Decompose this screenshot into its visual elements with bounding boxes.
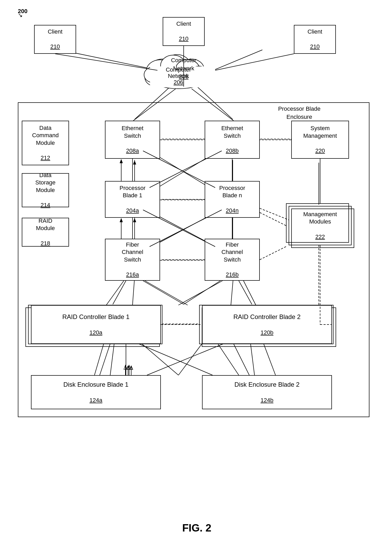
disk-enclosure-1-box: Disk Enclosure Blade 1 124a	[31, 375, 161, 409]
client-right-box: Client 210	[294, 25, 336, 54]
system-management-box: SystemManagement 220	[291, 121, 349, 159]
figure-label: FIG. 2	[152, 522, 241, 534]
svg-line-61	[215, 54, 294, 70]
computer-network-label: ComputerNetwork206	[155, 56, 213, 81]
processor-blade-1-box: ProcessorBlade 1 204a	[105, 181, 160, 218]
diagram-container: 200 ↘	[0, 0, 392, 542]
ethernet-switch-b-box: EthernetSwitch 208b	[205, 121, 260, 159]
raid-controller-1-box: RAID Controller Blade 1 120a	[31, 305, 161, 344]
data-command-module-box: DataCommandModule 212	[22, 121, 69, 165]
fiber-channel-switch-a-box: FiberChannelSwitch 216a	[105, 239, 160, 281]
disk-enclosure-2-box: Disk Enclosure Blade 2 124b	[202, 375, 332, 409]
raid-module-box: RAIDModule 218	[22, 218, 69, 247]
ethernet-switch-a-box: EthernetSwitch 208a	[105, 121, 160, 159]
arrow-indicator: ↘	[18, 12, 23, 19]
svg-line-9	[215, 50, 262, 70]
data-storage-module-box: DataStorageModule 214	[22, 173, 69, 207]
processor-blade-n-box: ProcessorBlade n 204n	[205, 181, 260, 218]
client-left-box: Client 210	[34, 25, 76, 54]
raid-controller-2-box: RAID Controller Blade 2 120b	[202, 305, 332, 344]
fiber-channel-switch-b-box: FiberChannelSwitch 216b	[205, 239, 260, 281]
management-modules-box-outer2	[286, 203, 349, 243]
